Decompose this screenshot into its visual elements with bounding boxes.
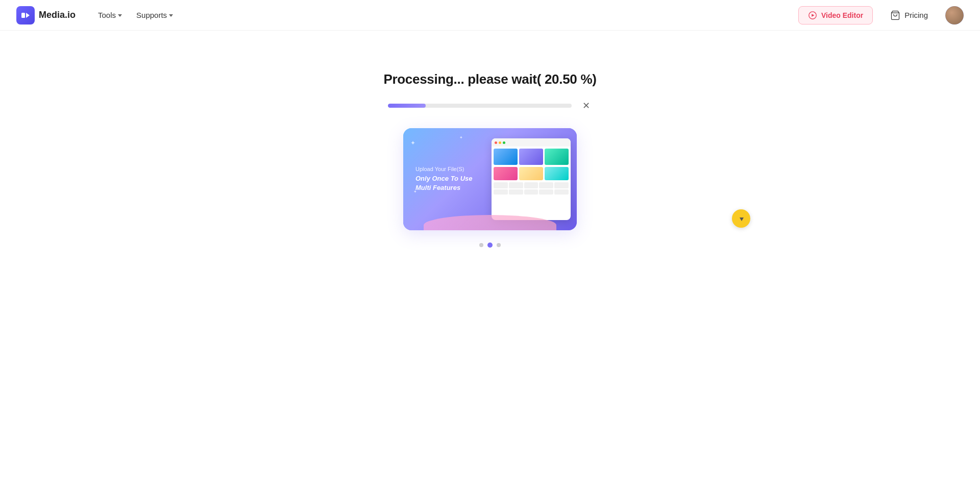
main-content: Processing... please wait( 20.50 %) ✕ ✦ … (0, 31, 980, 483)
ui-thumb-sm-1 (494, 167, 518, 180)
carousel-dot-2[interactable] (487, 243, 493, 248)
logo-text: Media.io (39, 10, 76, 20)
ui-tool-btn-8 (524, 189, 538, 195)
avatar[interactable] (945, 6, 964, 25)
logo[interactable]: Media.io (16, 6, 76, 25)
nav-menu: Tools Supports (92, 7, 179, 23)
ui-thumb-sm-3 (545, 167, 569, 180)
ui-tool-btn-3 (524, 182, 538, 188)
progress-bar-fill (388, 104, 426, 108)
dot-yellow (499, 141, 501, 144)
carousel-dot-3[interactable] (497, 243, 501, 247)
carousel-dots (479, 243, 501, 248)
ui-card-body (492, 147, 571, 197)
carousel-dot-1[interactable] (479, 243, 483, 247)
ui-tool-btn-7 (509, 189, 523, 195)
navbar: Media.io Tools Supports Video Editor Pr (0, 0, 980, 31)
avatar-image (945, 6, 964, 25)
pricing-button[interactable]: Pricing (881, 6, 937, 25)
ui-tool-btn-1 (494, 182, 508, 188)
cursor-arrow-icon (740, 218, 744, 221)
banner-small-text: Upload Your File(S) (415, 166, 473, 172)
star-decoration: ✦ (410, 139, 415, 147)
logo-icon (16, 6, 35, 25)
nav-tools[interactable]: Tools (92, 7, 128, 23)
processing-title: Processing... please wait( 20.50 %) (383, 71, 596, 87)
ui-toolbar-row-2 (494, 189, 569, 195)
tools-chevron-icon (118, 14, 122, 17)
video-editor-button[interactable]: Video Editor (798, 6, 873, 25)
svg-marker-3 (812, 14, 814, 16)
star-decoration-3: ✦ (459, 135, 463, 140)
ui-thumb-sm-2 (519, 167, 543, 180)
ui-toolbar-row-1 (494, 182, 569, 188)
cursor-indicator (732, 209, 750, 228)
ui-thumb-3 (545, 149, 569, 165)
svg-marker-1 (26, 13, 30, 18)
ui-grid-top (494, 149, 569, 165)
supports-chevron-icon (169, 14, 173, 17)
ui-tool-btn-9 (539, 189, 553, 195)
dot-green (503, 141, 505, 144)
ui-card-header (492, 138, 571, 147)
nav-right: Video Editor Pricing (798, 6, 964, 25)
banner-ui-card (492, 138, 571, 220)
ui-thumb-1 (494, 149, 518, 165)
banner-text-area: Upload Your File(S) Only Once To Use Mul… (415, 166, 473, 192)
ui-tool-btn-5 (554, 182, 569, 188)
ui-tool-btn-2 (509, 182, 523, 188)
ui-thumb-2 (519, 149, 543, 165)
ui-tool-btn-4 (539, 182, 553, 188)
progress-container: ✕ (388, 100, 592, 112)
progress-bar-wrapper (388, 104, 572, 108)
banner-card: ✦ ✦ ✦ Upload Your File(S) Only Once To U… (403, 128, 577, 230)
dot-red (495, 141, 497, 144)
nav-supports[interactable]: Supports (130, 7, 179, 23)
ui-grid-bottom (494, 167, 569, 180)
banner-main-text: Only Once To Use Multi Features (415, 174, 473, 192)
video-editor-icon (808, 11, 817, 20)
close-button[interactable]: ✕ (580, 100, 592, 112)
cart-icon (890, 10, 900, 20)
ui-tool-btn-6 (494, 189, 508, 195)
ui-tool-btn-10 (554, 189, 569, 195)
svg-rect-0 (21, 13, 25, 18)
